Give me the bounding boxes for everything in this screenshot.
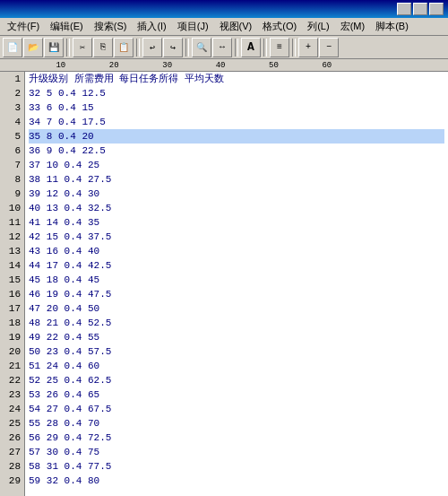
bold-a-button[interactable]: A — [241, 38, 261, 57]
code-line-27[interactable]: 57 30 0.4 75 — [29, 445, 444, 459]
line-number-26: 26 — [4, 431, 21, 445]
paste-button[interactable]: 📋 — [114, 38, 134, 57]
code-line-21[interactable]: 51 24 0.4 60 — [29, 359, 444, 373]
line-number-24: 24 — [4, 402, 21, 416]
line-number-7: 7 — [4, 158, 21, 172]
menu-search[interactable]: 搜索(S) — [89, 18, 133, 35]
line-number-10: 10 — [4, 201, 21, 215]
code-line-22[interactable]: 52 25 0.4 62.5 — [29, 373, 444, 387]
line-number-6: 6 — [4, 144, 21, 158]
line-number-20: 20 — [4, 344, 21, 359]
replace-button[interactable]: ↔ — [212, 38, 232, 57]
line-number-14: 14 — [4, 258, 21, 273]
toolbar-separator-1 — [66, 39, 70, 57]
menu-edit[interactable]: 编辑(E) — [45, 18, 89, 35]
maximize-button[interactable] — [413, 3, 427, 15]
line-number-21: 21 — [4, 359, 21, 373]
menu-project[interactable]: 项目(J) — [172, 18, 214, 35]
line-number-5: 5 — [4, 129, 21, 144]
ruler: 10 20 30 40 50 60 — [0, 59, 448, 72]
line-numbers: 1234567891011121314151617181920212223242… — [0, 72, 25, 496]
ruler-toggle-button[interactable]: ≡ — [270, 38, 289, 57]
code-line-20[interactable]: 50 23 0.4 57.5 — [29, 344, 444, 359]
line-number-29: 29 — [4, 474, 21, 488]
toolbar-separator-4 — [235, 39, 238, 57]
code-line-1[interactable]: 升级级别 所需费用 每日任务所得 平均天数 — [29, 72, 444, 86]
code-line-19[interactable]: 49 22 0.4 55 — [29, 330, 444, 344]
title-bar — [0, 0, 448, 18]
toolbar-separator-3 — [185, 39, 189, 57]
find-button[interactable]: 🔍 — [192, 38, 211, 57]
code-area[interactable]: 升级级别 所需费用 每日任务所得 平均天数32 5 0.4 12.533 6 0… — [25, 72, 448, 496]
menu-format[interactable]: 格式(O) — [257, 18, 302, 35]
menu-bar: 文件(F) 编辑(E) 搜索(S) 插入(I) 项目(J) 视图(V) 格式(O… — [0, 18, 448, 36]
open-file-button[interactable]: 📂 — [23, 38, 43, 57]
redo-button[interactable]: ↪ — [163, 38, 183, 57]
line-number-19: 19 — [4, 330, 21, 344]
line-number-8: 8 — [4, 172, 21, 187]
code-line-17[interactable]: 47 20 0.4 50 — [29, 301, 444, 316]
close-button[interactable] — [429, 3, 444, 15]
line-number-16: 16 — [4, 287, 21, 301]
code-line-23[interactable]: 53 26 0.4 65 — [29, 387, 444, 402]
code-line-11[interactable]: 41 14 0.4 35 — [29, 215, 444, 230]
line-number-15: 15 — [4, 273, 21, 287]
line-number-25: 25 — [4, 416, 21, 431]
code-line-25[interactable]: 55 28 0.4 70 — [29, 416, 444, 431]
code-line-12[interactable]: 42 15 0.4 37.5 — [29, 230, 444, 244]
menu-insert[interactable]: 插入(I) — [132, 18, 171, 35]
line-number-9: 9 — [4, 187, 21, 201]
code-line-9[interactable]: 39 12 0.4 30 — [29, 187, 444, 201]
line-number-22: 22 — [4, 373, 21, 387]
code-line-24[interactable]: 54 27 0.4 67.5 — [29, 402, 444, 416]
undo-button[interactable]: ↩ — [142, 38, 162, 57]
line-number-13: 13 — [4, 244, 21, 258]
ruler-text: 10 20 30 40 50 60 — [27, 61, 332, 70]
menu-macro[interactable]: 宏(M) — [335, 18, 371, 35]
window-controls — [397, 3, 444, 15]
code-line-26[interactable]: 56 29 0.4 72.5 — [29, 431, 444, 445]
line-number-12: 12 — [4, 230, 21, 244]
zoom-in-button[interactable]: + — [298, 38, 318, 57]
new-file-button[interactable]: 📄 — [3, 38, 22, 57]
toolbar-separator-5 — [263, 39, 267, 57]
code-line-8[interactable]: 38 11 0.4 27.5 — [29, 172, 444, 187]
line-number-28: 28 — [4, 459, 21, 474]
cut-button[interactable]: ✂ — [73, 38, 92, 57]
code-line-4[interactable]: 34 7 0.4 17.5 — [29, 115, 444, 129]
code-line-7[interactable]: 37 10 0.4 25 — [29, 158, 444, 172]
code-line-13[interactable]: 43 16 0.4 40 — [29, 244, 444, 258]
code-line-14[interactable]: 44 17 0.4 42.5 — [29, 258, 444, 273]
save-file-button[interactable]: 💾 — [44, 38, 64, 57]
code-line-10[interactable]: 40 13 0.4 32.5 — [29, 201, 444, 215]
code-line-5[interactable]: 35 8 0.4 20 — [29, 129, 444, 144]
line-number-3: 3 — [4, 100, 21, 115]
line-number-2: 2 — [4, 86, 21, 100]
code-line-15[interactable]: 45 18 0.4 45 — [29, 273, 444, 287]
menu-file[interactable]: 文件(F) — [2, 18, 45, 35]
menu-view[interactable]: 视图(V) — [214, 18, 258, 35]
line-number-27: 27 — [4, 445, 21, 459]
line-number-1: 1 — [4, 72, 21, 86]
line-number-17: 17 — [4, 301, 21, 316]
code-line-3[interactable]: 33 6 0.4 15 — [29, 100, 444, 115]
line-number-18: 18 — [4, 316, 21, 330]
line-number-4: 4 — [4, 115, 21, 129]
code-line-2[interactable]: 32 5 0.4 12.5 — [29, 86, 444, 100]
code-line-28[interactable]: 58 31 0.4 77.5 — [29, 459, 444, 474]
copy-button[interactable]: ⎘ — [93, 38, 113, 57]
code-line-29[interactable]: 59 32 0.4 80 — [29, 474, 444, 488]
toolbar: 📄 📂 💾 ✂ ⎘ 📋 ↩ ↪ 🔍 ↔ A ≡ + − — [0, 36, 448, 59]
editor[interactable]: 1234567891011121314151617181920212223242… — [0, 72, 448, 496]
line-number-23: 23 — [4, 387, 21, 402]
menu-column[interactable]: 列(L) — [302, 18, 334, 35]
line-number-11: 11 — [4, 215, 21, 230]
minimize-button[interactable] — [397, 3, 411, 15]
zoom-out-button[interactable]: − — [319, 38, 339, 57]
menu-script[interactable]: 脚本(B) — [370, 18, 414, 35]
toolbar-separator-6 — [292, 39, 296, 57]
code-line-16[interactable]: 46 19 0.4 47.5 — [29, 287, 444, 301]
code-line-6[interactable]: 36 9 0.4 22.5 — [29, 144, 444, 158]
code-line-18[interactable]: 48 21 0.4 52.5 — [29, 316, 444, 330]
toolbar-separator-2 — [136, 39, 140, 57]
